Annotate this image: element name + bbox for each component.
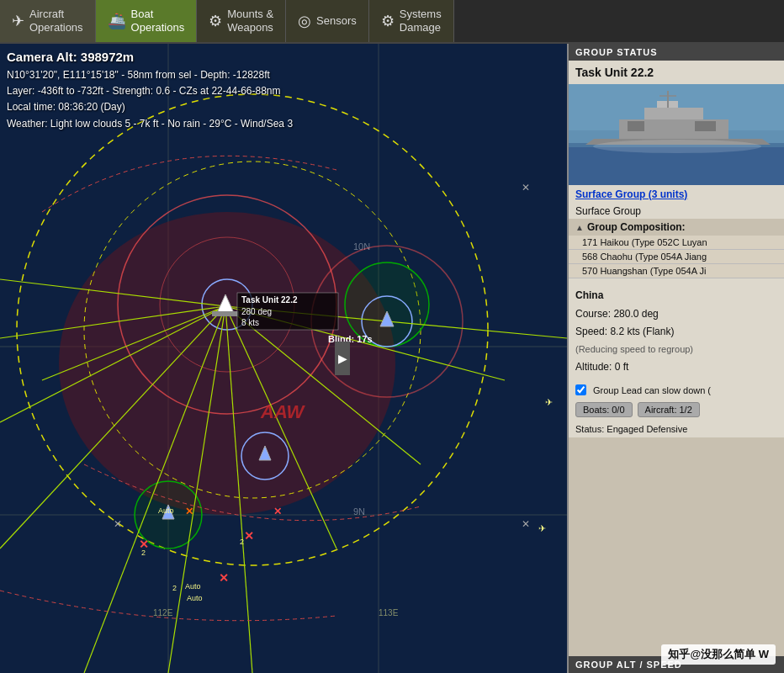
svg-text:10N: 10N — [353, 241, 370, 252]
main-area: ✕ ✕ ✕ ✕ ✕ Auto Auto Auto 2 2 2 AAW Blind… — [0, 44, 784, 673]
watermark: 知乎@没那么简单 W — [661, 644, 776, 665]
svg-text:✕: ✕ — [244, 529, 254, 543]
nav-systems-damage[interactable]: ⚙ Systems Damage — [369, 0, 454, 42]
svg-text:Auto: Auto — [187, 594, 203, 602]
surface-group-link[interactable]: Surface Group (3 units) — [569, 185, 784, 204]
checkbox-label: Group Lead can slow down ( — [593, 385, 711, 395]
ship-silhouette-svg — [569, 84, 784, 185]
svg-text:✕: ✕ — [219, 571, 229, 585]
svg-text:✕: ✕ — [522, 182, 530, 193]
nav-systems-label: Systems Damage — [400, 8, 442, 34]
hud-coords: N10°31'20", E111°15'18" - 58nm from sel … — [7, 67, 293, 83]
nav-mounts-label: Mounts & Weapons — [227, 8, 273, 34]
course-value: 280.0 deg — [613, 308, 658, 320]
hud-layer: Layer: -436ft to -732ft - Strength: 0.6 … — [7, 83, 293, 99]
svg-text:112E: 112E — [153, 608, 173, 617]
nav-boat-operations[interactable]: 🚢 Boat Operations — [96, 0, 198, 42]
svg-text:✕: ✕ — [522, 518, 530, 530]
speed-value: 8.2 kts (Flank) — [610, 326, 674, 337]
boats-button[interactable]: Boats: 0/0 — [575, 402, 633, 417]
ship-entry-2[interactable]: 568 Chaohu (Type 054A Jiang — [569, 250, 784, 264]
ship-image — [569, 84, 784, 185]
nav-aircraft-label: Aircraft Operations — [29, 8, 83, 34]
svg-point-71 — [593, 140, 761, 153]
aircraft-button[interactable]: Aircraft: 1/2 — [638, 402, 700, 417]
speed-label: Speed: — [575, 326, 607, 337]
country-label: China — [575, 287, 777, 305]
sensors-icon: ◎ — [298, 12, 311, 30]
nav-sensors[interactable]: ◎ Sensors — [286, 0, 369, 42]
aircraft-icon: ✈ — [12, 12, 24, 30]
svg-text:8 kts: 8 kts — [241, 318, 259, 327]
hud-overlay: Camera Alt: 398972m N10°31'20", E111°15'… — [0, 44, 299, 135]
map-area[interactable]: ✕ ✕ ✕ ✕ ✕ Auto Auto Auto 2 2 2 AAW Blind… — [0, 44, 567, 673]
svg-text:2: 2 — [141, 548, 146, 557]
speed-note: (Reducing speed to regroup) — [575, 342, 777, 358]
svg-rect-65 — [644, 108, 703, 119]
hud-weather: Weather: Light low clouds 5 - 7k ft - No… — [7, 116, 293, 132]
right-panel: GROUP STATUS Task Unit 22.2 — [567, 44, 784, 673]
systems-icon: ⚙ — [381, 12, 395, 30]
svg-text:Auto: Auto — [185, 582, 201, 591]
navbar: ✈ Aircraft Operations 🚢 Boat Operations … — [0, 0, 784, 44]
nav-mounts-weapons[interactable]: ⚙ Mounts & Weapons — [197, 0, 286, 42]
group-composition-header: ▲ Group Composition: — [569, 219, 784, 236]
altitude-label: Altitude: — [575, 361, 612, 373]
nav-sensors-label: Sensors — [316, 14, 357, 28]
status-text: Status: Engaged Defensive — [569, 421, 784, 437]
group-status-header: GROUP STATUS — [569, 44, 784, 61]
svg-rect-29 — [212, 311, 239, 316]
surface-group-sub: Surface Group — [569, 204, 784, 219]
expand-panel-arrow[interactable]: ▶ — [335, 342, 350, 375]
course-label: Course: — [575, 308, 611, 320]
nav-aircraft-operations[interactable]: ✈ Aircraft Operations — [0, 0, 96, 42]
status-buttons: Boats: 0/0 Aircraft: 1/2 — [569, 399, 784, 421]
svg-text:9N: 9N — [353, 506, 365, 517]
info-section: China Course: 280.0 deg Speed: 8.2 kts (… — [569, 278, 784, 381]
svg-rect-68 — [695, 121, 716, 131]
ship-entry-3[interactable]: 570 Huangshan (Type 054A Ji — [569, 264, 784, 278]
svg-rect-67 — [628, 121, 644, 131]
slow-down-checkbox[interactable] — [575, 384, 586, 395]
svg-text:280 deg: 280 deg — [241, 307, 272, 316]
nav-boat-label: Boat Operations — [131, 8, 185, 34]
camera-altitude: Camera Alt: 398972m — [7, 47, 293, 67]
svg-text:2: 2 — [172, 584, 177, 592]
mounts-icon: ⚙ — [209, 12, 222, 30]
svg-text:AAW: AAW — [260, 401, 306, 422]
group-composition-label: Group Composition: — [587, 221, 686, 233]
svg-text:✈: ✈ — [538, 523, 546, 533]
svg-text:✕: ✕ — [114, 518, 122, 530]
svg-text:2: 2 — [240, 538, 244, 546]
course-row: Course: 280.0 deg — [575, 305, 777, 324]
altitude-row: Altitude: 0 ft — [575, 358, 777, 377]
altitude-value: 0 ft — [615, 361, 629, 373]
expand-icon: ▲ — [575, 223, 584, 232]
svg-text:113E: 113E — [379, 608, 399, 617]
svg-text:Auto: Auto — [158, 506, 174, 515]
svg-text:✕: ✕ — [273, 506, 282, 517]
svg-text:✕: ✕ — [185, 506, 193, 517]
map-canvas: ✕ ✕ ✕ ✕ ✕ Auto Auto Auto 2 2 2 AAW Blind… — [0, 44, 567, 673]
ship-entry-1[interactable]: 171 Haikou (Type 052C Luyan — [569, 236, 784, 250]
checkbox-row: Group Lead can slow down ( — [569, 381, 784, 399]
svg-text:✈: ✈ — [545, 397, 553, 407]
speed-row: Speed: 8.2 kts (Flank) — [575, 323, 777, 342]
svg-text:Task Unit 22.2: Task Unit 22.2 — [241, 295, 298, 305]
task-unit-title: Task Unit 22.2 — [569, 61, 784, 84]
hud-time: Local time: 08:36:20 (Day) — [7, 99, 293, 115]
boat-icon: 🚢 — [108, 12, 126, 30]
